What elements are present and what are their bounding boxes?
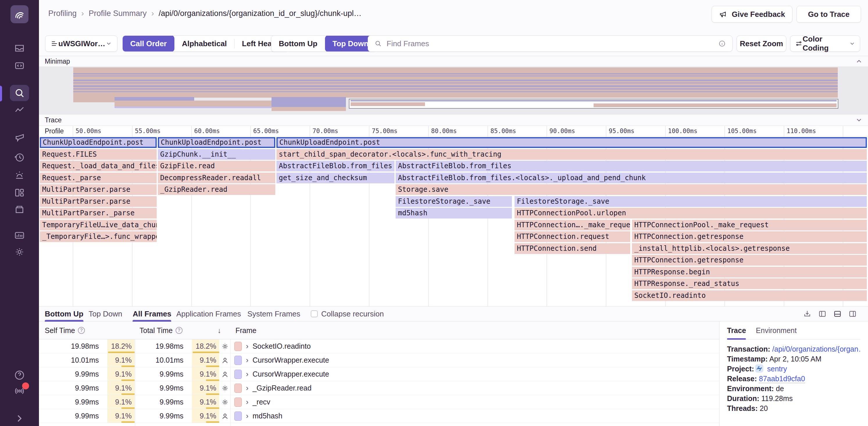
project-link[interactable]: sentry <box>767 365 787 373</box>
flame-frame[interactable]: HTTPConnection.getresponse <box>632 231 867 242</box>
flame-frame[interactable]: Request._parse <box>40 173 157 183</box>
transaction-link[interactable]: /api/0/organizations/{organ… <box>772 345 861 353</box>
flame-frame[interactable]: _install_httplib.<locals>.getresponse <box>632 243 867 254</box>
flame-frame[interactable]: Request.FILES <box>40 149 157 160</box>
sidebar-dashboards-icon[interactable] <box>0 186 39 200</box>
flame-frame[interactable]: AbstractFileBlob.from_files <box>276 161 395 171</box>
flame-frame[interactable]: HTTPResponse.begin <box>632 267 867 277</box>
breadcrumb-profiling[interactable]: Profiling <box>48 9 77 18</box>
flame-frame[interactable]: FilestoreStorage._save <box>396 196 512 207</box>
sidebar-stats-icon[interactable] <box>0 228 39 242</box>
sort-direction-icon[interactable]: ↓ <box>217 322 221 339</box>
layout-bottom-icon[interactable] <box>833 309 842 318</box>
layout-left-icon[interactable] <box>818 309 827 318</box>
sort-call-order[interactable]: Call Order <box>123 35 175 52</box>
flame-frame[interactable]: HTTPConnectionPool.urlopen <box>515 208 867 219</box>
sidebar-insights-icon[interactable] <box>0 104 39 118</box>
table-row[interactable]: 9.99ms9.1%9.99ms9.1%›_recv <box>39 395 719 409</box>
download-icon[interactable] <box>803 309 812 318</box>
minimap-canvas[interactable] <box>39 67 868 114</box>
flame-frame[interactable]: HTTPConnection.request <box>515 231 630 242</box>
thread-selector[interactable]: uWSGIWor… <box>45 35 118 52</box>
flame-frame[interactable]: TemporaryFileU…ive_data_chunk <box>40 220 157 230</box>
tab-top-down[interactable]: Top Down <box>89 306 122 321</box>
flame-frame[interactable]: get_size_and_checksum <box>276 173 395 183</box>
sidebar-alerts-icon[interactable] <box>0 168 39 182</box>
flame-frame[interactable]: HTTPConnection…._make_request <box>515 220 630 230</box>
layout-right-icon[interactable] <box>848 309 857 318</box>
flame-graph[interactable]: ChunkUploadEndpoint.postChunkUploadEndpo… <box>39 137 868 306</box>
sidebar-settings-icon[interactable] <box>0 245 39 259</box>
sentry-logo[interactable] <box>10 5 29 23</box>
info-icon[interactable] <box>718 40 726 47</box>
detail-tab-trace[interactable]: Trace <box>727 322 746 339</box>
collapse-recursion-checkbox[interactable] <box>311 310 318 317</box>
table-row[interactable]: 9.99ms9.1%9.99ms9.1%›_GzipReader.read <box>39 381 719 395</box>
find-frames-input[interactable]: Find Frames <box>368 35 733 52</box>
expand-chevron[interactable]: › <box>246 342 249 351</box>
flame-frame[interactable]: GzipFile.read <box>158 161 275 171</box>
go-to-trace-button[interactable]: Go to Trace <box>797 6 861 23</box>
flame-frame[interactable]: AbstractFileBlob.from_files.<locals>._up… <box>396 173 867 183</box>
tab-bottom-up[interactable]: Bottom Up <box>45 306 84 321</box>
sort-alphabetical[interactable]: Alphabetical <box>175 35 235 52</box>
flame-frame[interactable]: _TemporaryFile…>.func_wrapper <box>40 231 157 242</box>
expand-chevron[interactable]: › <box>246 356 249 365</box>
flame-frame[interactable]: GzipChunk.__init__ <box>158 149 275 160</box>
flame-frame[interactable]: MultiPartParser.parse <box>40 196 157 207</box>
flame-frame[interactable]: ChunkUploadEndpoint.post <box>158 137 275 148</box>
flame-frame[interactable]: FilestoreStorage._save <box>515 196 867 207</box>
sidebar-replays-icon[interactable] <box>0 151 39 164</box>
flame-frame[interactable]: HTTPConnectionPool._make_request <box>632 220 867 230</box>
expand-chevron[interactable]: › <box>246 370 249 379</box>
expand-chevron[interactable]: › <box>246 397 249 406</box>
tab-system-frames[interactable]: System Frames <box>247 306 300 321</box>
collapse-trace-icon[interactable] <box>855 116 863 124</box>
flame-frame[interactable]: HTTPConnection.getresponse <box>632 255 867 266</box>
flame-frame[interactable]: md5hash <box>396 208 512 219</box>
flame-frame[interactable]: HTTPConnection.send <box>515 243 630 254</box>
collapse-minimap-icon[interactable] <box>855 58 863 65</box>
tab-application-frames[interactable]: Application Frames <box>176 306 241 321</box>
sidebar-explore-icon[interactable] <box>0 59 39 73</box>
detail-tab-environment[interactable]: Environment <box>756 322 797 339</box>
table-row[interactable]: 10.01ms9.1%10.01ms9.1%›CursorWrapper.exe… <box>39 353 719 367</box>
flame-frame[interactable]: Storage.save <box>396 184 867 195</box>
flame-frame[interactable]: MultiPartParser._parse <box>40 208 157 219</box>
flame-frame[interactable]: AbstractFileBlob.from_files <box>396 161 867 171</box>
sidebar-whats-new-icon[interactable] <box>0 384 39 397</box>
flame-frame[interactable]: SocketIO.readinto <box>632 290 867 301</box>
sidebar-issues-icon[interactable] <box>0 41 39 55</box>
flame-frame[interactable]: Request._load_data_and_files <box>40 161 157 171</box>
self-time-column-header[interactable]: Self Time? <box>45 322 85 339</box>
sidebar-help-icon[interactable] <box>0 368 39 382</box>
flame-frame[interactable]: MultiPartParser.parse <box>40 184 157 195</box>
sidebar-feedback-icon[interactable] <box>0 130 39 144</box>
expand-chevron[interactable]: › <box>246 412 249 421</box>
tab-all-frames[interactable]: All Frames <box>132 306 171 321</box>
give-feedback-button[interactable]: Give Feedback <box>712 6 793 23</box>
flame-frame[interactable]: ChunkUploadEndpoint.post <box>276 137 867 148</box>
flame-frame[interactable]: start_child_span_decorator.<locals>.func… <box>276 149 867 160</box>
thread-list-icon <box>51 40 58 47</box>
expand-chevron[interactable]: › <box>246 384 249 393</box>
table-row[interactable]: 9.99ms9.1%9.99ms9.1%›CursorWrapper.execu… <box>39 367 719 381</box>
total-time-column-header[interactable]: Total Time? <box>140 322 183 339</box>
breadcrumb-profile-summary[interactable]: Profile Summary <box>89 9 147 18</box>
table-row[interactable]: 9.99ms9.1%9.99ms9.1%›md5hash <box>39 409 719 423</box>
reset-zoom-button[interactable]: Reset Zoom <box>737 35 786 52</box>
sidebar-profiling-icon[interactable] <box>10 85 29 101</box>
flame-frame[interactable]: DecompressReader.readall <box>158 173 275 183</box>
flame-frame[interactable]: ChunkUploadEndpoint.post <box>40 137 157 148</box>
sidebar-expand-icon[interactable] <box>0 412 39 425</box>
flame-frame[interactable]: HTTPResponse._read_status <box>632 278 867 289</box>
frame-column-header[interactable]: Frame <box>236 322 256 339</box>
view-bottom-up[interactable]: Bottom Up <box>271 35 325 52</box>
color-coding-dropdown[interactable]: Color Coding <box>790 35 860 52</box>
sidebar-projects-icon[interactable] <box>0 202 39 216</box>
release-link[interactable]: 87aab1d9cfa0 <box>759 374 805 383</box>
collapse-recursion-toggle[interactable]: Collapse recursion <box>311 306 384 321</box>
axis-tick-label: 80.00ms <box>431 128 457 135</box>
flame-frame[interactable]: _GzipReader.read <box>158 184 275 195</box>
table-row[interactable]: 19.98ms18.2%19.98ms18.2%›SocketIO.readin… <box>39 339 719 353</box>
